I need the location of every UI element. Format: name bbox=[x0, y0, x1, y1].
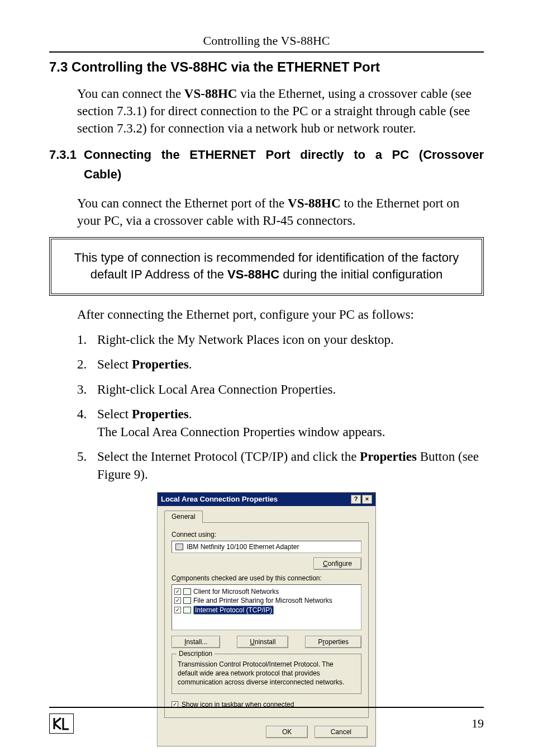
tcpip-selected: Internet Protocol (TCP/IP) bbox=[193, 606, 274, 615]
help-button[interactable]: ? bbox=[351, 495, 361, 504]
kramer-logo bbox=[49, 714, 74, 734]
section-number: 7.3 bbox=[49, 59, 68, 74]
intro-paragraph-1: You can connect the VS-88HC via the Ethe… bbox=[77, 85, 484, 137]
step-1: 1. Right-click the My Network Places ico… bbox=[77, 331, 484, 349]
list-item-file-printer[interactable]: ✓ File and Printer Sharing for Microsoft… bbox=[174, 596, 359, 605]
step-5: 5. Select the Internet Protocol (TCP/IP)… bbox=[77, 448, 484, 484]
client-icon bbox=[183, 588, 191, 595]
nic-icon bbox=[175, 544, 183, 550]
subsection-number: 7.3.1 bbox=[49, 145, 84, 164]
checkbox-icon[interactable]: ✓ bbox=[174, 588, 181, 595]
section-heading-7-3: 7.3 Controlling the VS-88HC via the ETHE… bbox=[49, 59, 484, 75]
page-number: 19 bbox=[472, 716, 484, 731]
intro-paragraph-2: You can connect the Ethernet port of the… bbox=[77, 195, 484, 229]
running-header: Controlling the VS-88HC bbox=[49, 34, 484, 48]
description-text: Transmission Control Protocol/Internet P… bbox=[178, 660, 355, 687]
connect-using-label: Connect using: bbox=[172, 531, 361, 538]
dialog-titlebar: Local Area Connection Properties ? × bbox=[158, 493, 375, 506]
checkbox-icon[interactable]: ✓ bbox=[174, 607, 181, 613]
share-icon bbox=[183, 597, 191, 604]
components-label: Components checked are used by this conn… bbox=[172, 574, 361, 582]
close-button[interactable]: × bbox=[362, 495, 372, 504]
header-rule bbox=[49, 51, 484, 53]
intro-paragraph-3: After connecting the Ethernet port, conf… bbox=[77, 306, 484, 323]
section-title: Controlling the VS-88HC via the ETHERNET… bbox=[72, 59, 380, 74]
properties-button[interactable]: Properties bbox=[305, 636, 361, 648]
configure-button[interactable]: Configure bbox=[313, 557, 361, 570]
checkbox-icon[interactable]: ✓ bbox=[174, 597, 181, 604]
list-item-client[interactable]: ✓ Client for Microsoft Networks bbox=[174, 587, 359, 596]
subsection-heading-7-3-1: 7.3.1Connecting the ETHERNET Port direct… bbox=[49, 145, 484, 184]
install-button[interactable]: Install... bbox=[172, 636, 220, 648]
step-2: 2. Select Properties. bbox=[77, 356, 484, 374]
step-3: 3. Right-click Local Area Connection Pro… bbox=[77, 381, 484, 399]
logo-icon bbox=[53, 717, 70, 730]
uninstall-button[interactable]: Uninstall bbox=[237, 636, 288, 648]
steps-list: 1. Right-click the My Network Places ico… bbox=[77, 331, 484, 484]
tab-panel-general: Connect using: IBM Netfinity 10/100 Ethe… bbox=[164, 522, 369, 719]
list-item-tcpip[interactable]: ✓ Internet Protocol (TCP/IP) bbox=[174, 605, 359, 615]
adapter-name: IBM Netfinity 10/100 Ethernet Adapter bbox=[187, 543, 299, 551]
description-label: Description bbox=[177, 650, 215, 658]
subsection-title-line-1: Connecting the ETHERNET Port directly to… bbox=[84, 145, 484, 164]
subsection-title-line-2: Cable) bbox=[84, 164, 484, 184]
page-footer: 19 bbox=[49, 707, 484, 734]
callout-box: This type of connection is recommended f… bbox=[49, 237, 484, 296]
step-4: 4. Select Properties. The Local Area Con… bbox=[77, 405, 484, 441]
dialog-title: Local Area Connection Properties bbox=[161, 495, 278, 503]
adapter-field[interactable]: IBM Netfinity 10/100 Ethernet Adapter bbox=[172, 541, 361, 553]
footer-rule bbox=[49, 707, 484, 708]
description-group: Description Transmission Control Protoco… bbox=[172, 654, 361, 694]
protocol-icon bbox=[183, 607, 191, 613]
components-listbox[interactable]: ✓ Client for Microsoft Networks ✓ File a… bbox=[172, 584, 361, 630]
tab-general[interactable]: General bbox=[164, 511, 203, 523]
